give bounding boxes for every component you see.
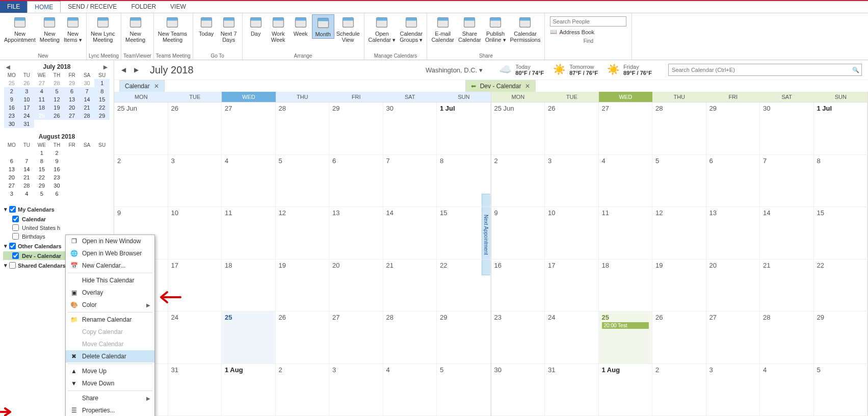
- close-icon[interactable]: ✕: [525, 83, 530, 90]
- day-cell[interactable]: 27: [222, 102, 276, 155]
- minical-day[interactable]: 6: [64, 87, 80, 95]
- tab-home[interactable]: HOME: [27, 1, 61, 13]
- day-cell[interactable]: 18: [599, 259, 653, 312]
- day-cell[interactable]: 10: [545, 207, 599, 259]
- minical-day[interactable]: 13: [64, 95, 80, 103]
- day-cell[interactable]: 25 Jun: [491, 102, 545, 155]
- minical-day[interactable]: 16: [49, 165, 65, 173]
- day-cell[interactable]: 30: [491, 364, 545, 417]
- minical-day[interactable]: 30: [4, 120, 19, 128]
- day-cell[interactable]: 17: [545, 259, 599, 312]
- day-cell[interactable]: 22: [814, 259, 868, 312]
- day-cell[interactable]: 4: [222, 155, 276, 207]
- minical-day[interactable]: 29: [34, 181, 49, 190]
- day-cell[interactable]: 5: [652, 155, 706, 207]
- tab-send-receive[interactable]: SEND / RECEIVE: [61, 1, 124, 13]
- minical-day[interactable]: 5: [34, 190, 49, 198]
- overlay-arrow-icon[interactable]: ⬅: [471, 83, 476, 90]
- goto-today[interactable]: Today: [195, 14, 218, 38]
- day-cell[interactable]: 15: [437, 207, 491, 259]
- minical-day[interactable]: 22: [34, 173, 49, 181]
- tab-view[interactable]: VIEW: [163, 1, 193, 13]
- day-cell[interactable]: 2: [114, 155, 168, 207]
- ctx-hide-this-calendar[interactable]: Hide This Calendar: [66, 274, 154, 287]
- ctx-new-calendar[interactable]: 📅New Calendar...: [66, 259, 154, 272]
- minical-day[interactable]: 24: [19, 112, 35, 120]
- arr-workweek[interactable]: WorkWeek: [267, 14, 290, 44]
- minical-day[interactable]: 2: [4, 87, 19, 95]
- day-cell[interactable]: 5: [437, 364, 491, 417]
- minical-day[interactable]: 14: [80, 95, 95, 103]
- minical-day[interactable]: 31: [19, 120, 35, 128]
- day-cell[interactable]: 8: [437, 155, 491, 207]
- minical-day[interactable]: 9: [49, 157, 65, 165]
- minical-day[interactable]: 23: [49, 173, 65, 181]
- day-cell[interactable]: 24: [168, 311, 222, 364]
- close-icon[interactable]: ✕: [154, 83, 159, 90]
- minical-day[interactable]: 4: [19, 190, 35, 198]
- minical-day[interactable]: 3: [19, 87, 35, 95]
- day-cell[interactable]: 1 Aug: [222, 364, 276, 417]
- day-cell[interactable]: 4: [599, 155, 653, 207]
- share-calendar[interactable]: ShareCalendar: [456, 14, 483, 44]
- day-cell[interactable]: 27: [329, 311, 383, 364]
- minical-day[interactable]: 21: [19, 173, 35, 181]
- day-cell[interactable]: 28: [276, 102, 330, 155]
- month-prev[interactable]: ◀: [120, 66, 127, 73]
- day-cell[interactable]: 3: [168, 155, 222, 207]
- minical-day[interactable]: 14: [19, 165, 35, 173]
- location[interactable]: Washington, D.C. ▾: [426, 66, 483, 74]
- cal-section-my-calendars[interactable]: ▾ My Calendars: [3, 204, 111, 215]
- ctx-color[interactable]: 🎨Color▶: [66, 299, 154, 311]
- day-cell[interactable]: 12: [652, 207, 706, 259]
- day-cell[interactable]: 4: [760, 364, 814, 417]
- minical-day[interactable]: 20: [64, 103, 80, 112]
- day-cell[interactable]: 6: [706, 155, 760, 207]
- publish-online[interactable]: PublishOnline ▾: [483, 14, 508, 44]
- ctx-share[interactable]: Share▶: [66, 392, 154, 404]
- day-cell[interactable]: 9: [491, 207, 545, 259]
- day-cell[interactable]: 16: [491, 259, 545, 312]
- day-cell[interactable]: 31: [545, 364, 599, 417]
- day-cell[interactable]: 26: [652, 311, 706, 364]
- calendar-permissions[interactable]: CalendarPermissions: [508, 14, 543, 44]
- ctx-overlay[interactable]: ▣Overlay: [66, 287, 154, 299]
- address-book-button[interactable]: 📖Address Book: [550, 29, 626, 35]
- day-cell[interactable]: 20: [706, 259, 760, 312]
- day-cell[interactable]: 24: [545, 311, 599, 364]
- day-cell[interactable]: 19: [276, 259, 330, 312]
- day-cell[interactable]: 4: [383, 364, 437, 417]
- day-cell[interactable]: 21: [760, 259, 814, 312]
- minical-day[interactable]: 30: [49, 181, 65, 190]
- day-cell[interactable]: 29: [329, 102, 383, 155]
- day-cell[interactable]: 29: [437, 311, 491, 364]
- minical-day[interactable]: 29: [94, 112, 110, 120]
- calendar-tab-calendar[interactable]: Calendar✕: [119, 80, 165, 92]
- day-cell[interactable]: 6: [329, 155, 383, 207]
- minical-day[interactable]: 17: [19, 103, 35, 112]
- calendar-item[interactable]: United States h: [3, 223, 111, 232]
- day-cell[interactable]: 3: [545, 155, 599, 207]
- calendar-groups[interactable]: CalendarGroups ▾: [398, 14, 425, 44]
- day-cell[interactable]: 26: [168, 102, 222, 155]
- day-cell[interactable]: 29: [706, 102, 760, 155]
- minical-day[interactable]: 3: [4, 190, 19, 198]
- minical-day[interactable]: 16: [4, 103, 19, 112]
- minical-day[interactable]: 18: [34, 103, 49, 112]
- calendar-tab-dev-calendar[interactable]: ⬅ Dev - Calendar✕: [465, 80, 536, 92]
- minical-day[interactable]: 13: [4, 165, 19, 173]
- day-cell[interactable]: 15: [814, 207, 868, 259]
- day-cell[interactable]: 21: [383, 259, 437, 312]
- day-cell[interactable]: 26: [276, 311, 330, 364]
- open-calendar[interactable]: OpenCalendar ▾: [366, 14, 398, 44]
- day-cell[interactable]: 3: [706, 364, 760, 417]
- minical-day[interactable]: 11: [34, 95, 49, 103]
- day-cell[interactable]: 26: [545, 102, 599, 155]
- day-cell[interactable]: 30: [383, 102, 437, 155]
- tab-file[interactable]: FILE: [0, 1, 27, 13]
- minical-day[interactable]: 27: [4, 181, 19, 190]
- day-cell[interactable]: 19: [652, 259, 706, 312]
- new-items[interactable]: NewItems ▾: [62, 14, 84, 44]
- minical-day[interactable]: 1: [34, 149, 49, 157]
- day-cell[interactable]: 2: [491, 155, 545, 207]
